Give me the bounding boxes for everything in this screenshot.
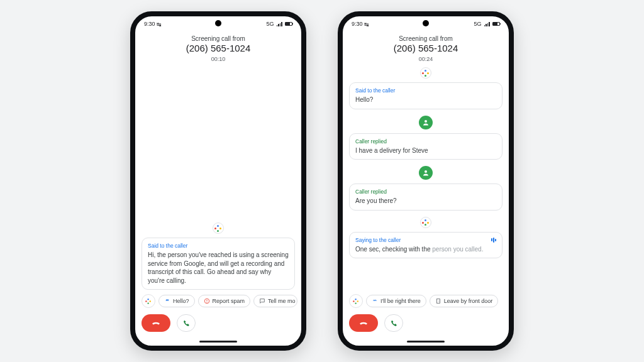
header-label: Screening call from <box>349 35 502 42</box>
chip-label: Leave by front door <box>444 298 493 304</box>
phone-down-icon <box>151 318 161 328</box>
status-network: 5G <box>267 21 274 27</box>
header-number: (206) 565-1024 <box>142 43 295 53</box>
card-text-main: One sec, checking with the <box>355 246 432 253</box>
assistant-chip-icon[interactable] <box>142 294 155 308</box>
card-text: I have a delivery for Steve <box>355 146 496 155</box>
status-time: 9:30 <box>352 21 363 27</box>
card-label: Said to the caller <box>148 243 289 249</box>
chat-icon <box>259 298 265 304</box>
speaking-indicator-icon <box>491 238 496 243</box>
person-icon <box>422 169 430 177</box>
transcript-card-assistant: Said to the caller Hi, the person you've… <box>142 238 295 290</box>
chip-label: Hello? <box>173 298 189 304</box>
chip-tell-more[interactable]: Tell me mo <box>253 295 297 307</box>
card-label: Said to the caller <box>355 87 496 94</box>
caller-avatar <box>349 166 502 180</box>
caller-avatar <box>349 116 502 129</box>
wave-icon <box>164 298 170 304</box>
header-number: (206) 565-1024 <box>349 43 502 53</box>
assistant-avatar <box>349 67 502 79</box>
transcript-card-assistant-live: Saying to the caller One sec, checking w… <box>349 232 502 259</box>
svg-point-2 <box>206 302 207 303</box>
header-duration: 00:10 <box>142 56 295 62</box>
nav-bar[interactable] <box>343 337 509 346</box>
card-text: Hello? <box>355 96 496 104</box>
signal-icon <box>484 22 490 26</box>
call-header: Screening call from (206) 565-1024 00:24 <box>343 30 509 65</box>
chip-leave-door[interactable]: Leave by front door <box>430 295 499 307</box>
phone-icon <box>390 319 398 327</box>
transcript-card-caller: Caller replied I have a delivery for Ste… <box>349 133 502 160</box>
svg-point-6 <box>438 300 439 301</box>
phone-left: 9:30 ↹ 5G Screening call from (206) 565-… <box>130 11 306 351</box>
chip-label: Report spam <box>213 298 245 304</box>
chip-hello[interactable]: Hello? <box>158 295 195 307</box>
call-forward-icon: ↹ <box>364 21 369 28</box>
svg-rect-5 <box>436 299 440 304</box>
phone-icon <box>182 319 191 327</box>
camera-notch <box>423 20 429 26</box>
battery-icon <box>492 22 500 26</box>
person-icon <box>422 119 430 126</box>
assistant-avatar <box>349 217 502 228</box>
svg-point-4 <box>425 170 427 173</box>
phone-right: 9:30 ↹ 5G Screening call from (206) 565-… <box>338 11 514 351</box>
header-duration: 00:24 <box>349 56 502 62</box>
card-label: Caller replied <box>355 189 496 195</box>
call-action-bar <box>135 312 301 337</box>
camera-notch <box>215 20 221 26</box>
card-label-text: Saying to the caller <box>355 237 401 243</box>
hang-up-button[interactable] <box>349 314 378 332</box>
svg-point-3 <box>425 120 427 123</box>
battery-icon <box>285 22 292 26</box>
card-label: Saying to the caller <box>355 237 496 243</box>
signal-icon <box>277 22 282 26</box>
phone-down-icon <box>358 318 369 328</box>
quick-reply-row: Hello? Report spam Tell me mo <box>135 290 301 312</box>
status-time: 9:30 <box>144 21 155 27</box>
card-text: One sec, checking with the person you ca… <box>355 245 496 254</box>
answer-button[interactable] <box>177 314 196 332</box>
answer-button[interactable] <box>384 314 403 332</box>
wave-icon <box>372 298 378 304</box>
header-label: Screening call from <box>142 35 295 42</box>
hang-up-button[interactable] <box>142 314 170 332</box>
call-forward-icon: ↹ <box>157 21 162 28</box>
chip-right-there[interactable]: I'll be right there <box>366 295 426 307</box>
chip-label: I'll be right there <box>380 298 421 304</box>
assistant-chip-icon[interactable] <box>349 294 363 308</box>
assistant-avatar <box>142 222 295 234</box>
card-text: Hi, the person you've reached is using a… <box>148 251 289 285</box>
call-action-bar <box>343 312 509 337</box>
status-network: 5G <box>474 21 482 27</box>
card-label: Caller replied <box>355 138 496 145</box>
spam-icon <box>204 298 210 304</box>
transcript-card-caller: Caller replied Are you there? <box>349 184 502 211</box>
card-text-pending: person you called. <box>432 246 483 253</box>
nav-bar[interactable] <box>135 337 301 346</box>
card-text: Are you there? <box>355 197 496 206</box>
call-header: Screening call from (206) 565-1024 00:10 <box>135 30 301 65</box>
quick-reply-row: I'll be right there Leave by front door <box>343 290 509 312</box>
chip-report-spam[interactable]: Report spam <box>198 295 251 307</box>
transcript-card-assistant: Said to the caller Hello? <box>349 82 502 109</box>
chip-label: Tell me mo <box>268 298 296 304</box>
door-icon <box>435 298 441 304</box>
